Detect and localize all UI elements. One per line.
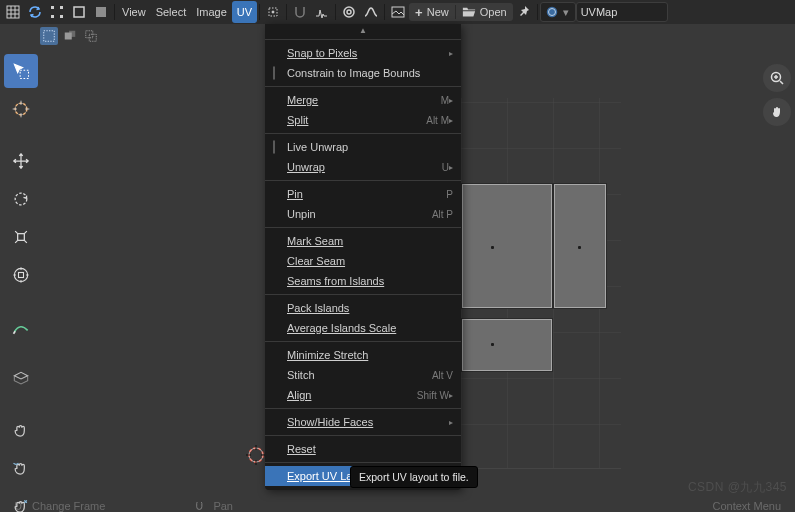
tooltip: Export UV layout to file. bbox=[350, 466, 478, 488]
svg-point-22 bbox=[15, 103, 27, 115]
mi-snap-to-pixels[interactable]: Snap to Pixels▸ bbox=[265, 43, 461, 63]
uv-face[interactable] bbox=[462, 319, 552, 371]
menu-view[interactable]: View bbox=[117, 1, 151, 23]
mi-align[interactable]: AlignShift W▸ bbox=[265, 385, 461, 405]
image-slot-icon[interactable] bbox=[387, 1, 409, 23]
svg-rect-1 bbox=[51, 6, 54, 9]
top-header: View Select Image UV +New Open ▾ UVMap bbox=[0, 0, 795, 24]
mi-show-hide[interactable]: Show/Hide Faces▸ bbox=[265, 412, 461, 432]
left-toolbar bbox=[4, 54, 40, 512]
svg-rect-2 bbox=[60, 6, 63, 9]
watermark: CSDN @九九345 bbox=[688, 479, 787, 496]
vertex-mode-icon[interactable] bbox=[46, 1, 68, 23]
pinch-tool[interactable] bbox=[4, 490, 38, 512]
mi-reset[interactable]: Reset bbox=[265, 439, 461, 459]
relax-tool[interactable] bbox=[4, 452, 38, 486]
move-tool[interactable] bbox=[4, 144, 38, 178]
svg-point-25 bbox=[14, 268, 27, 281]
right-toolbar bbox=[763, 64, 791, 126]
new-open-group: +New Open bbox=[409, 3, 513, 21]
mi-clear-seam[interactable]: Clear Seam bbox=[265, 251, 461, 271]
select-extend-icon[interactable] bbox=[61, 27, 79, 45]
grab-tool[interactable] bbox=[4, 414, 38, 448]
mi-stitch[interactable]: StitchAlt V bbox=[265, 365, 461, 385]
svg-point-8 bbox=[272, 11, 274, 13]
new-button[interactable]: +New bbox=[409, 4, 455, 21]
svg-rect-26 bbox=[19, 273, 24, 278]
snap-toggle-icon[interactable] bbox=[289, 1, 311, 23]
mi-merge[interactable]: MergeM▸ bbox=[265, 90, 461, 110]
svg-rect-13 bbox=[44, 31, 55, 42]
svg-point-23 bbox=[15, 193, 27, 205]
rip-tool[interactable] bbox=[4, 362, 38, 396]
status-bar: Change Frame Pan Context Menu bbox=[0, 502, 795, 512]
svg-rect-4 bbox=[60, 15, 63, 18]
svg-point-10 bbox=[347, 10, 351, 14]
svg-rect-6 bbox=[96, 7, 106, 17]
pan-icon[interactable] bbox=[763, 98, 791, 126]
svg-point-18 bbox=[249, 448, 263, 462]
select-box-tool[interactable] bbox=[4, 54, 38, 88]
face-mode-icon[interactable] bbox=[90, 1, 112, 23]
select-rect-icon[interactable] bbox=[40, 27, 58, 45]
uv-dropdown-menu: ▲ Snap to Pixels▸ Constrain to Image Bou… bbox=[265, 24, 461, 490]
annotate-tool[interactable] bbox=[4, 310, 38, 344]
pivot-icon[interactable] bbox=[262, 1, 284, 23]
svg-rect-24 bbox=[18, 234, 25, 241]
uvmap-field[interactable]: UVMap bbox=[576, 2, 668, 22]
menu-uv[interactable]: UV bbox=[232, 1, 257, 23]
svg-rect-11 bbox=[392, 7, 404, 17]
uv-face[interactable] bbox=[462, 184, 552, 308]
svg-rect-0 bbox=[7, 6, 19, 18]
select-subtract-icon[interactable] bbox=[82, 27, 100, 45]
svg-rect-15 bbox=[69, 31, 75, 37]
cursor-tool[interactable] bbox=[4, 92, 38, 126]
rotate-tool[interactable] bbox=[4, 182, 38, 216]
edge-mode-icon[interactable] bbox=[68, 1, 90, 23]
transform-tool[interactable] bbox=[4, 258, 38, 292]
mi-pin[interactable]: PinP bbox=[265, 184, 461, 204]
3d-cursor-icon bbox=[246, 445, 266, 465]
svg-rect-29 bbox=[197, 502, 202, 509]
snap-mode-icon[interactable] bbox=[311, 1, 333, 23]
mi-unwrap[interactable]: UnwrapU▸ bbox=[265, 157, 461, 177]
uv-channel-dropdown[interactable]: ▾ bbox=[540, 2, 576, 22]
scale-tool[interactable] bbox=[4, 220, 38, 254]
svg-rect-20 bbox=[20, 70, 28, 78]
menu-image[interactable]: Image bbox=[191, 1, 232, 23]
zoom-icon[interactable] bbox=[763, 64, 791, 92]
mi-average-islands[interactable]: Average Islands Scale bbox=[265, 318, 461, 338]
editor-type-icon[interactable] bbox=[2, 1, 24, 23]
mi-pack-islands[interactable]: Pack Islands bbox=[265, 298, 461, 318]
falloff-icon[interactable] bbox=[360, 1, 382, 23]
mi-unpin[interactable]: UnpinAlt P bbox=[265, 204, 461, 224]
svg-rect-5 bbox=[74, 7, 84, 17]
mi-constrain[interactable]: Constrain to Image Bounds bbox=[265, 63, 461, 83]
menu-scroll-up-icon[interactable]: ▲ bbox=[265, 28, 461, 36]
svg-point-19 bbox=[249, 448, 263, 462]
mi-mark-seam[interactable]: Mark Seam bbox=[265, 231, 461, 251]
menu-select[interactable]: Select bbox=[151, 1, 192, 23]
svg-point-9 bbox=[344, 7, 354, 17]
mi-seams-from-islands[interactable]: Seams from Islands bbox=[265, 271, 461, 291]
pin-header-icon[interactable] bbox=[513, 1, 535, 23]
open-button[interactable]: Open bbox=[456, 3, 513, 21]
mi-split[interactable]: SplitAlt M▸ bbox=[265, 110, 461, 130]
mi-live-unwrap[interactable]: Live Unwrap bbox=[265, 137, 461, 157]
mi-minimize-stretch[interactable]: Minimize Stretch bbox=[265, 345, 461, 365]
svg-rect-3 bbox=[51, 15, 54, 18]
mode-sync-icon[interactable] bbox=[24, 1, 46, 23]
proportional-icon[interactable] bbox=[338, 1, 360, 23]
